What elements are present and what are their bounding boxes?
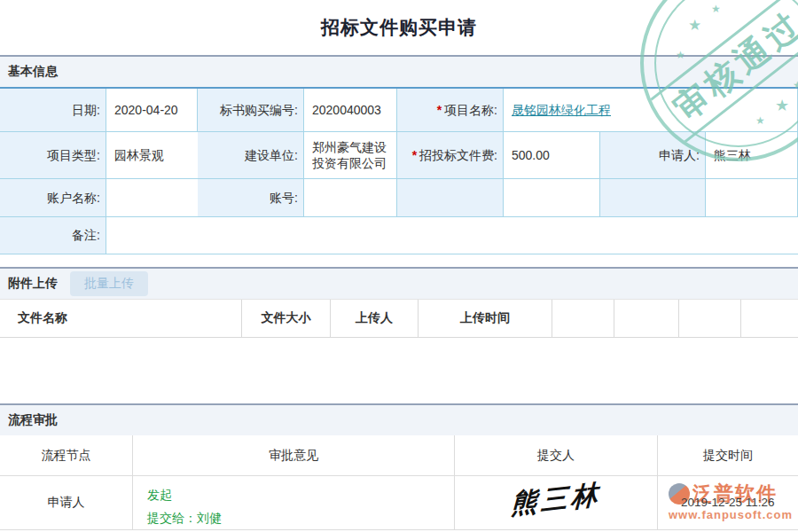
col-empty: [741, 300, 798, 337]
approval-table: 流程节点 审批意见 提交人 提交时间 申请人 发起 提交给：刘健 熊三林 201…: [0, 435, 798, 530]
col-submit-time: 提交时间: [658, 435, 798, 476]
date-value: 2020-04-20: [106, 89, 198, 132]
attachments-empty-area: [0, 338, 798, 403]
project-name-link[interactable]: 晟铭园林绿化工程: [512, 102, 611, 118]
empty-value-cell: [504, 179, 600, 217]
opinion-initiate: 发起: [147, 483, 172, 506]
col-submitter: 提交人: [455, 435, 658, 476]
applicant-label: 申请人:: [600, 132, 706, 179]
remark-value: [106, 217, 798, 254]
batch-upload-button[interactable]: 批量上传: [70, 271, 148, 296]
section-title-basic-info: 基本信息: [8, 64, 58, 80]
col-upload-time: 上传时间: [419, 300, 552, 337]
bid-no-label: 标书购买编号:: [198, 89, 304, 132]
account-no-label: 账号:: [198, 179, 304, 217]
col-flow-node: 流程节点: [0, 435, 133, 476]
applicant-value: 熊三林: [706, 132, 798, 179]
submit-time-cell: 2019-12-25 11:26: [658, 476, 798, 530]
empty-label-cell: [397, 179, 504, 217]
account-name-value: [106, 179, 198, 217]
bid-fee-value: 500.00: [504, 132, 600, 179]
construction-org-label: 建设单位:: [198, 132, 304, 179]
col-empty: [614, 300, 679, 337]
col-empty: [679, 300, 741, 337]
section-basic-info: 基本信息: [0, 55, 798, 87]
flow-node-cell: 申请人: [0, 476, 133, 530]
signature-image: 熊三林: [511, 476, 602, 522]
project-name-label: *项目名称:: [397, 89, 504, 132]
section-attachments: 附件上传 批量上传: [0, 267, 798, 299]
project-type-label: 项目类型:: [0, 132, 106, 179]
construction-org-value: 郑州豪气建设投资有限公司: [304, 132, 397, 179]
page-title: 招标文件购买申请: [321, 15, 477, 40]
basic-info-table: 日期: 2020-04-20 标书购买编号: 2020040003 *项目名称:…: [0, 87, 798, 254]
account-name-label: 账户名称:: [0, 179, 106, 217]
col-file-name: 文件名称: [0, 300, 242, 337]
empty-value-cell: [706, 179, 798, 217]
opinion-submit-to: 提交给：刘健: [147, 506, 222, 529]
remark-label: 备注:: [0, 217, 106, 254]
col-file-size: 文件大小: [242, 300, 331, 337]
bid-fee-label: *招投标文件费:: [397, 132, 504, 179]
col-approval-opinion: 审批意见: [133, 435, 455, 476]
page-header: 招标文件购买申请: [0, 0, 798, 55]
col-uploader: 上传人: [331, 300, 419, 337]
project-type-value: 园林景观: [106, 132, 198, 179]
project-name-cell: 晟铭园林绿化工程: [504, 89, 798, 132]
attachments-table-header: 文件名称 文件大小 上传人 上传时间: [0, 299, 798, 338]
section-title-attachments: 附件上传: [8, 276, 58, 292]
required-mark: *: [412, 147, 417, 163]
col-empty: [552, 300, 614, 337]
account-no-value: [304, 179, 397, 217]
empty-label-cell: [600, 179, 706, 217]
submitter-cell: 熊三林: [455, 476, 658, 530]
bid-no-value: 2020040003: [304, 89, 397, 132]
section-approval: 流程审批: [0, 403, 798, 435]
date-label: 日期:: [0, 89, 106, 132]
section-title-approval: 流程审批: [8, 412, 58, 428]
approval-opinion-cell: 发起 提交给：刘健: [133, 476, 455, 530]
required-mark: *: [437, 102, 442, 118]
